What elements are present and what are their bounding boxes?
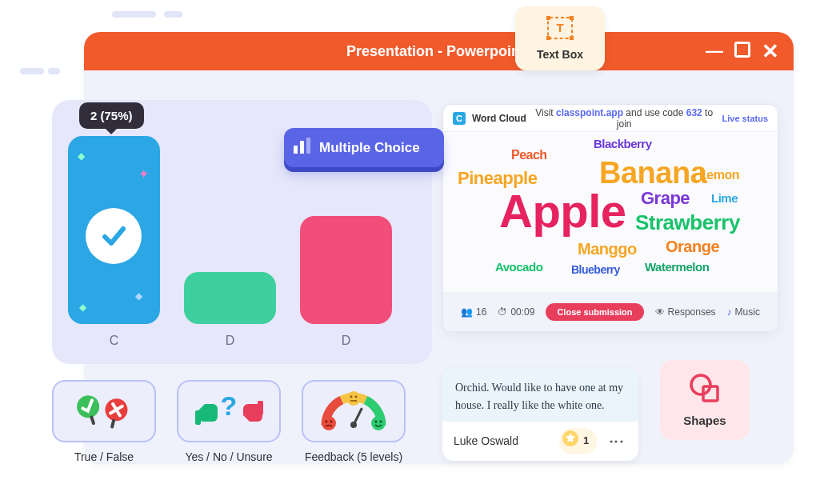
svg-point-20 xyxy=(350,396,353,398)
chip-label: Multiple Choice xyxy=(319,140,420,156)
svg-point-25 xyxy=(350,422,357,428)
shapes-icon xyxy=(689,374,721,406)
wordcloud-header: C Word Cloud Visit classpoint.app and us… xyxy=(443,105,778,132)
bar-axis-label: D xyxy=(184,334,276,348)
decoration-line xyxy=(48,68,60,74)
svg-rect-7 xyxy=(300,141,304,154)
live-status-link[interactable]: Live status xyxy=(722,114,768,123)
svg-rect-6 xyxy=(294,146,298,154)
poll-card-feedback[interactable]: Feedback (5 levels) xyxy=(302,380,406,463)
multiple-choice-chip[interactable]: Multiple Choice xyxy=(284,128,444,167)
bar-c[interactable]: ◆ ✦ ◆ ◆ xyxy=(68,136,160,324)
textbox-tool-card[interactable]: T Text Box xyxy=(515,6,605,70)
close-button[interactable]: ✕ xyxy=(762,41,779,62)
wordcloud-footer: 👥 16 ⏱ 00:09 Close submission 👁 Response… xyxy=(443,292,778,332)
yesnounsure-icon: ? xyxy=(177,380,281,442)
bar-d2[interactable] xyxy=(300,216,392,324)
textbox-icon: T xyxy=(546,16,574,43)
wordcloud-word: Apple xyxy=(499,184,626,238)
wordcloud-word: Watermelon xyxy=(645,260,709,274)
svg-point-21 xyxy=(355,396,358,398)
decoration-line xyxy=(112,11,156,18)
svg-point-17 xyxy=(326,421,328,423)
titlebar: Presentation - Powerpoint — ✕ xyxy=(84,32,794,70)
confetti-icon: ◆ xyxy=(79,302,86,313)
more-menu-button[interactable]: ⋮ xyxy=(605,434,627,448)
wordcloud-word: Manggo xyxy=(578,240,637,258)
wordcloud-panel: C Word Cloud Visit classpoint.app and us… xyxy=(442,104,778,332)
bar-col-d2: 1 (25%) xyxy=(300,216,392,324)
decoration-line xyxy=(20,68,44,74)
wordcloud-word: Banana xyxy=(599,156,706,190)
svg-point-16 xyxy=(322,416,336,430)
restore-button[interactable] xyxy=(734,42,750,61)
svg-point-23 xyxy=(375,421,378,423)
confetti-icon: ◆ xyxy=(78,150,85,162)
timer: ⏱ 00:09 xyxy=(498,306,534,318)
svg-rect-13 xyxy=(195,410,201,425)
truefalse-icon xyxy=(52,380,156,442)
join-instructions: Visit classpoint.app and use code 632 to… xyxy=(533,107,716,130)
wordcloud-word: Blackberry xyxy=(594,137,652,150)
bar-axis-label: C xyxy=(68,334,160,348)
feedback-gauge-icon xyxy=(302,380,406,442)
bar-d1[interactable] xyxy=(184,272,276,324)
responses-link[interactable]: 👁 Responses xyxy=(655,306,716,318)
svg-point-19 xyxy=(346,391,361,406)
bar-value-label: 2 (75%) xyxy=(79,102,144,129)
eye-icon: 👁 xyxy=(655,306,665,318)
bar-labels: C D D xyxy=(68,334,416,348)
poll-label: Feedback (5 levels) xyxy=(305,450,402,463)
textbox-label: Text Box xyxy=(537,48,583,61)
wordcloud-title: Word Cloud xyxy=(472,113,526,124)
poll-card-yesnounsure[interactable]: ? Yes / No / Unsure xyxy=(177,380,281,463)
music-icon: ♪ xyxy=(727,306,732,318)
svg-rect-12 xyxy=(110,418,116,429)
close-submission-button[interactable]: Close submission xyxy=(546,303,643,321)
classpoint-logo-icon: C xyxy=(453,112,466,125)
svg-rect-15 xyxy=(258,401,263,415)
shapes-label: Shapes xyxy=(683,414,726,427)
svg-point-24 xyxy=(380,421,382,423)
confetti-icon: ✦ xyxy=(138,166,149,182)
poll-card-truefalse[interactable]: True / False xyxy=(52,380,156,463)
response-footer: Luke Oswald 1 ⋮ xyxy=(442,422,638,460)
wordcloud-word: Pineapple xyxy=(458,168,537,189)
shapes-tool-card[interactable]: Shapes xyxy=(660,360,750,440)
svg-rect-3 xyxy=(546,36,550,40)
wordcloud-word: Blueberry xyxy=(571,263,620,276)
response-author: Luke Oswald xyxy=(454,433,518,450)
wordcloud-canvas: AppleBananaStrawberryPineappleGrapeMangg… xyxy=(443,132,778,292)
svg-text:T: T xyxy=(556,21,563,34)
poll-label: True / False xyxy=(74,450,134,463)
bar-chart-icon xyxy=(294,138,311,158)
bar-col-d1: 0 xyxy=(184,272,276,324)
confetti-icon: ◆ xyxy=(135,290,142,302)
svg-rect-1 xyxy=(546,16,550,20)
response-text: Orchid. Would like to have one at my hou… xyxy=(455,379,626,414)
svg-rect-4 xyxy=(570,36,574,40)
bar-axis-label: D xyxy=(300,334,392,348)
bar-col-c: 2 (75%) ◆ ✦ ◆ ◆ xyxy=(68,136,160,324)
star-icon xyxy=(562,430,578,451)
people-icon: 👥 xyxy=(461,306,473,318)
minimize-button[interactable]: — xyxy=(706,42,723,60)
star-badge[interactable]: 1 xyxy=(559,428,597,454)
svg-rect-10 xyxy=(90,415,96,426)
poll-options-row: True / False ? Yes / No / Unsure xyxy=(52,380,406,463)
wordcloud-word: Strawberry xyxy=(635,210,740,235)
clock-icon: ⏱ xyxy=(498,306,507,318)
star-count: 1 xyxy=(583,433,589,449)
svg-rect-2 xyxy=(570,16,574,20)
music-toggle[interactable]: ♪ Music xyxy=(727,306,760,318)
window-controls: — ✕ xyxy=(691,41,794,62)
wordcloud-word: Lemon xyxy=(699,168,739,182)
wordcloud-word: Orange xyxy=(666,238,719,256)
svg-point-22 xyxy=(371,416,386,430)
decoration-line xyxy=(164,11,182,18)
wordcloud-word: Peach xyxy=(511,148,547,162)
wordcloud-word: Lime xyxy=(711,191,738,205)
student-response-card: Orchid. Would like to have one at my hou… xyxy=(442,368,638,461)
svg-point-18 xyxy=(330,421,333,423)
svg-point-27 xyxy=(691,375,710,394)
